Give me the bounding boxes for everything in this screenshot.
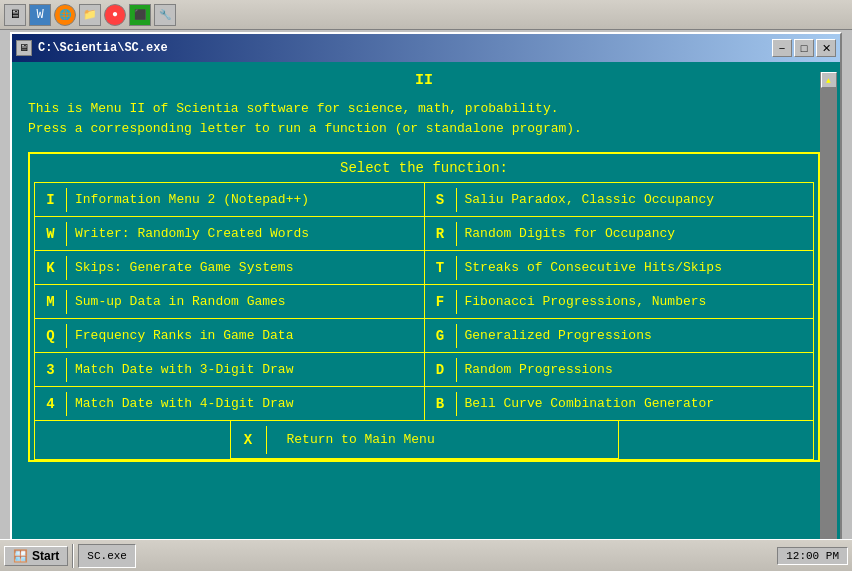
- scrollbar: ▲ ▼: [820, 72, 836, 565]
- close-button[interactable]: ✕: [816, 39, 836, 57]
- taskbar-icon-1: 🖥: [4, 4, 26, 26]
- menu-key-D: D: [425, 358, 457, 382]
- menu-cell-G[interactable]: G Generalized Progressions: [425, 319, 815, 353]
- menu-cell-W[interactable]: W Writer: Randomly Created Words: [35, 217, 425, 251]
- taskbar-icon-7: 🔧: [154, 4, 176, 26]
- taskbar-divider: [72, 544, 74, 568]
- menu-cell-B[interactable]: B Bell Curve Combination Generator: [425, 387, 815, 421]
- menu-key-4: 4: [35, 392, 67, 416]
- minimize-button[interactable]: −: [772, 39, 792, 57]
- menu-cell-T[interactable]: T Streaks of Consecutive Hits/Skips: [425, 251, 815, 285]
- return-label: Return to Main Menu: [267, 426, 455, 453]
- scroll-up-button[interactable]: ▲: [821, 72, 837, 88]
- start-area: 🖥 W 🌐 📁 ● ⬛ 🔧: [4, 4, 176, 26]
- menu-cell-R[interactable]: R Random Digits for Occupancy: [425, 217, 815, 251]
- menu-key-I: I: [35, 188, 67, 212]
- start-label: Start: [32, 549, 59, 563]
- taskbar-icon-5: ●: [104, 4, 126, 26]
- description-line2: Press a corresponding letter to run a fu…: [28, 119, 820, 139]
- menu-cell-K[interactable]: K Skips: Generate Game Systems: [35, 251, 425, 285]
- return-row: X Return to Main Menu: [34, 421, 814, 460]
- window: 🖥 C:\Scientia\SC.exe − □ ✕ II This is Me…: [10, 32, 842, 571]
- menu-cell-Q[interactable]: Q Frequency Ranks in Game Data: [35, 319, 425, 353]
- menu-box: Select the function: I Information Menu …: [28, 152, 820, 462]
- menu-label-R: Random Digits for Occupancy: [457, 222, 684, 245]
- menu-label-B: Bell Curve Combination Generator: [457, 392, 723, 415]
- window-title: C:\Scientia\SC.exe: [38, 41, 168, 55]
- taskbar-icon-3: 🌐: [54, 4, 76, 26]
- select-prompt: Select the function:: [34, 160, 814, 176]
- menu-label-K: Skips: Generate Game Systems: [67, 256, 301, 279]
- console-area: II This is Menu II of Scientia software …: [12, 62, 840, 571]
- taskbar-app-sc[interactable]: SC.exe: [78, 544, 136, 568]
- menu-grid: I Information Menu 2 (Notepad++) S Saliu…: [34, 182, 814, 421]
- menu-cell-I[interactable]: I Information Menu 2 (Notepad++): [35, 183, 425, 217]
- menu-key-3: 3: [35, 358, 67, 382]
- return-key: X: [231, 426, 267, 454]
- menu-cell-4[interactable]: 4 Match Date with 4-Digit Draw: [35, 387, 425, 421]
- taskbar-icon-4: 📁: [79, 4, 101, 26]
- menu-label-D: Random Progressions: [457, 358, 621, 381]
- menu-title: II: [28, 72, 820, 89]
- taskbar-icon-2: W: [29, 4, 51, 26]
- menu-cell-3[interactable]: 3 Match Date with 3-Digit Draw: [35, 353, 425, 387]
- menu-label-M: Sum-up Data in Random Games: [67, 290, 294, 313]
- menu-label-W: Writer: Randomly Created Words: [67, 222, 317, 245]
- menu-cell-F[interactable]: F Fibonacci Progressions, Numbers: [425, 285, 815, 319]
- menu-label-Q: Frequency Ranks in Game Data: [67, 324, 301, 347]
- menu-key-R: R: [425, 222, 457, 246]
- menu-key-F: F: [425, 290, 457, 314]
- menu-key-W: W: [35, 222, 67, 246]
- menu-key-B: B: [425, 392, 457, 416]
- menu-label-S: Saliu Paradox, Classic Occupancy: [457, 188, 723, 211]
- title-bar: 🖥 C:\Scientia\SC.exe − □ ✕: [12, 34, 840, 62]
- scroll-track: [821, 88, 837, 549]
- menu-cell-D[interactable]: D Random Progressions: [425, 353, 815, 387]
- menu-cell-S[interactable]: S Saliu Paradox, Classic Occupancy: [425, 183, 815, 217]
- taskbar-icon-6: ⬛: [129, 4, 151, 26]
- taskbar-right-clock: 12:00 PM: [777, 547, 848, 565]
- maximize-button[interactable]: □: [794, 39, 814, 57]
- menu-key-Q: Q: [35, 324, 67, 348]
- start-button[interactable]: 🪟 Start: [4, 546, 68, 566]
- menu-key-T: T: [425, 256, 457, 280]
- return-cell[interactable]: X Return to Main Menu: [230, 421, 619, 459]
- menu-cell-M[interactable]: M Sum-up Data in Random Games: [35, 285, 425, 319]
- menu-key-S: S: [425, 188, 457, 212]
- menu-label-G: Generalized Progressions: [457, 324, 660, 347]
- menu-key-M: M: [35, 290, 67, 314]
- menu-label-4: Match Date with 4-Digit Draw: [67, 392, 301, 415]
- menu-key-K: K: [35, 256, 67, 280]
- menu-label-F: Fibonacci Progressions, Numbers: [457, 290, 715, 313]
- window-icon: 🖥: [16, 40, 32, 56]
- menu-label-I: Information Menu 2 (Notepad++): [67, 188, 317, 211]
- menu-key-G: G: [425, 324, 457, 348]
- menu-label-3: Match Date with 3-Digit Draw: [67, 358, 301, 381]
- menu-label-T: Streaks of Consecutive Hits/Skips: [457, 256, 730, 279]
- taskbar-bottom: 🪟 Start SC.exe 12:00 PM: [0, 539, 852, 571]
- description-line1: This is Menu II of Scientia software for…: [28, 99, 820, 119]
- start-icon: 🪟: [13, 549, 28, 563]
